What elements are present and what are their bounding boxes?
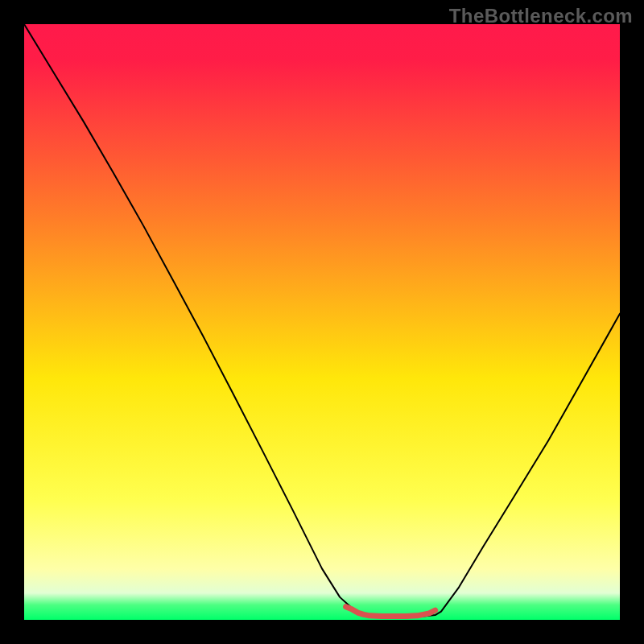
watermark-label: TheBottleneck.com (449, 5, 633, 27)
bottleneck-chart (0, 0, 644, 644)
plot-background (24, 24, 620, 620)
chart-frame: TheBottleneck.com (0, 0, 644, 644)
